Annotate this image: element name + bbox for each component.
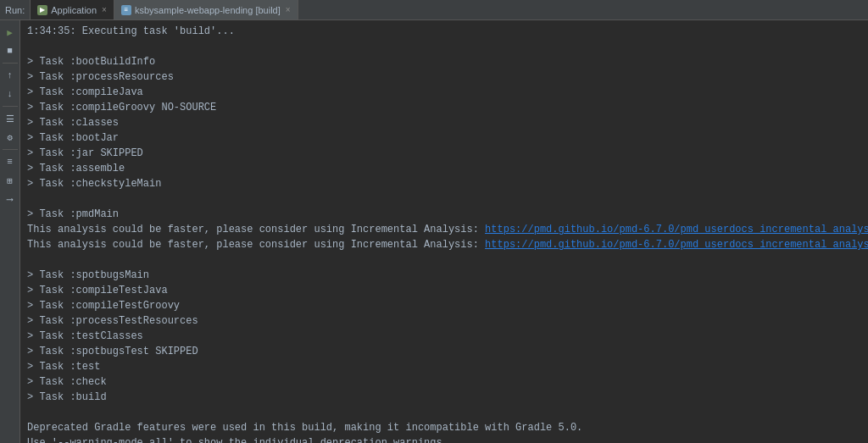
pmd-link-1[interactable]: https://pmd.github.io/pmd-6.7.0/pmd_user… — [485, 224, 868, 235]
console-line: > Task :checkstyleMain — [27, 176, 861, 191]
console-line-deprecated-2: Use '--warning-mode all' to show the ind… — [27, 435, 861, 443]
console-line: > Task :processResources — [27, 69, 861, 85]
console-line: > Task :spotbugsMain — [27, 268, 861, 283]
console-line: > Task :assemble — [27, 161, 861, 176]
scroll-up-button[interactable]: ↑ — [2, 67, 19, 84]
run-button[interactable]: ▶ — [2, 24, 19, 41]
console-line: > Task :compileTestJava — [27, 283, 861, 298]
console-line: > Task :compileTestGroovy — [27, 298, 861, 313]
console-line-deprecated-1: Deprecated Gradle features were used in … — [27, 420, 861, 435]
app-icon: ▶ — [37, 5, 47, 15]
console-line — [27, 39, 861, 54]
console-line: > Task :jar SKIPPED — [27, 146, 861, 161]
console-line: > Task :spotbugsTest SKIPPED — [27, 344, 861, 359]
stop-button[interactable]: ■ — [2, 42, 19, 59]
console-line-pmd-2: This analysis could be faster, please co… — [27, 237, 861, 252]
console-line: > Task :bootJar — [27, 130, 861, 146]
gradle-icon: ≡ — [121, 5, 131, 15]
run-label: Run: — [0, 0, 31, 19]
layout-button[interactable]: ⊞ — [2, 172, 19, 189]
tab-gradle-build[interactable]: ≡ ksbysample-webapp-lending [build] × — [114, 0, 298, 19]
tab-application[interactable]: ▶ Application × — [31, 0, 114, 19]
filter-button[interactable]: ≡ — [2, 153, 19, 170]
toolbar: ▶ ■ ↑ ↓ ☰ ⚙ ≡ ⊞ ⟶ — [0, 20, 20, 443]
console-line — [27, 191, 861, 207]
console-line — [27, 252, 861, 268]
export-button[interactable]: ⟶ — [2, 191, 19, 208]
console-line: > Task :processTestResources — [27, 313, 861, 329]
console-line: > Task :build — [27, 390, 861, 405]
tab-application-label: Application — [51, 5, 97, 15]
toolbar-separator-1 — [3, 63, 18, 64]
console-line — [27, 405, 861, 420]
console-line: > Task :check — [27, 374, 861, 390]
console-output[interactable]: 1:34:35: Executing task 'build'... > Tas… — [20, 20, 868, 443]
console-line: > Task :test — [27, 359, 861, 374]
toolbar-separator-2 — [3, 106, 18, 107]
panel-button[interactable]: ☰ — [2, 110, 19, 127]
console-line: > Task :compileGroovy NO-SOURCE — [27, 100, 861, 115]
console-line-pmd-1: This analysis could be faster, please co… — [27, 222, 861, 237]
main-layout: ▶ ■ ↑ ↓ ☰ ⚙ ≡ ⊞ ⟶ 1:34:35: Executing tas… — [0, 20, 868, 443]
console-line: > Task :bootBuildInfo — [27, 54, 861, 69]
console-line: > Task :classes — [27, 115, 861, 130]
console-line: > Task :compileJava — [27, 85, 861, 100]
tab-gradle-label: ksbysample-webapp-lending [build] — [135, 5, 281, 15]
console-line: > Task :testClasses — [27, 329, 861, 344]
scroll-down-button[interactable]: ↓ — [2, 86, 19, 102]
settings-button[interactable]: ⚙ — [2, 129, 19, 146]
console-line: > Task :pmdMain — [27, 207, 861, 222]
tab-gradle-close[interactable]: × — [286, 5, 291, 14]
console-line: 1:34:35: Executing task 'build'... — [27, 24, 861, 39]
pmd-link-2[interactable]: https://pmd.github.io/pmd-6.7.0/pmd_user… — [485, 239, 868, 251]
tab-bar: Run: ▶ Application × ≡ ksbysample-webapp… — [0, 0, 868, 20]
toolbar-separator-3 — [3, 149, 18, 150]
tab-application-close[interactable]: × — [102, 5, 107, 14]
